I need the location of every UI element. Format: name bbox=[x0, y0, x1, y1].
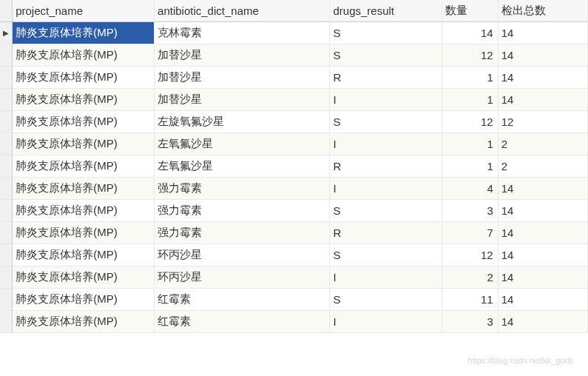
cell-quantity: 3 bbox=[442, 311, 498, 333]
row-indicator bbox=[0, 311, 13, 333]
table-row[interactable]: ▶肺炎支原体培养(MP)克林霉素S1414 bbox=[0, 22, 588, 44]
cell-total: 14 bbox=[498, 244, 587, 266]
cell-quantity: 1 bbox=[442, 155, 498, 178]
cell-quantity: 4 bbox=[442, 178, 498, 200]
cell-quantity: 14 bbox=[442, 22, 498, 44]
row-indicator bbox=[0, 266, 13, 289]
cell-result: R bbox=[330, 67, 442, 89]
cell-quantity: 1 bbox=[442, 133, 498, 155]
cell-antibiotic: 环丙沙星 bbox=[155, 266, 330, 289]
cell-quantity: 1 bbox=[442, 89, 498, 111]
cell-result: R bbox=[330, 222, 442, 244]
column-header-project-name[interactable]: project_name bbox=[13, 0, 155, 22]
row-indicator bbox=[0, 67, 13, 89]
cell-antibiotic: 环丙沙星 bbox=[155, 244, 330, 266]
header-row: project_name antibiotic_dict_name drugs_… bbox=[0, 0, 588, 22]
column-header-quantity[interactable]: 数量 bbox=[442, 0, 498, 22]
cell-project-name: 肺炎支原体培养(MP) bbox=[13, 311, 155, 333]
cell-project-name: 肺炎支原体培养(MP) bbox=[13, 222, 155, 244]
row-indicator bbox=[0, 200, 13, 222]
cell-project-name: 肺炎支原体培养(MP) bbox=[13, 289, 155, 311]
cell-antibiotic: 左旋氧氟沙星 bbox=[155, 111, 330, 133]
cell-result: I bbox=[330, 311, 442, 333]
row-indicator bbox=[0, 222, 13, 244]
table-row[interactable]: 肺炎支原体培养(MP)左氧氟沙星R12 bbox=[0, 155, 588, 178]
table-row[interactable]: 肺炎支原体培养(MP)强力霉素S314 bbox=[0, 200, 588, 222]
cell-total: 14 bbox=[498, 89, 587, 111]
cell-total: 14 bbox=[498, 178, 587, 200]
table-row[interactable]: 肺炎支原体培养(MP)加替沙星I114 bbox=[0, 89, 588, 111]
cell-antibiotic: 强力霉素 bbox=[155, 222, 330, 244]
watermark-text: https://blog.csdn.net/kk_gods bbox=[468, 356, 573, 365]
cell-project-name: 肺炎支原体培养(MP) bbox=[13, 44, 155, 67]
table-row[interactable]: 肺炎支原体培养(MP)左旋氧氟沙星S1212 bbox=[0, 111, 588, 133]
cell-result: S bbox=[330, 244, 442, 266]
cell-quantity: 2 bbox=[442, 266, 498, 289]
cell-antibiotic: 红霉素 bbox=[155, 289, 330, 311]
row-indicator bbox=[0, 44, 13, 67]
cell-total: 14 bbox=[498, 22, 587, 44]
cell-project-name: 肺炎支原体培养(MP) bbox=[13, 67, 155, 89]
row-indicator bbox=[0, 89, 13, 111]
data-grid[interactable]: project_name antibiotic_dict_name drugs_… bbox=[0, 0, 588, 333]
table-row[interactable]: 肺炎支原体培养(MP)强力霉素I414 bbox=[0, 178, 588, 200]
cell-result: S bbox=[330, 200, 442, 222]
cell-total: 14 bbox=[498, 222, 587, 244]
cell-project-name: 肺炎支原体培养(MP) bbox=[13, 89, 155, 111]
cell-quantity: 7 bbox=[442, 222, 498, 244]
column-header-total[interactable]: 检出总数 bbox=[498, 0, 587, 22]
cell-project-name: 肺炎支原体培养(MP) bbox=[13, 200, 155, 222]
cell-result: S bbox=[330, 289, 442, 311]
cell-total: 14 bbox=[498, 311, 587, 333]
cell-quantity: 11 bbox=[442, 289, 498, 311]
table-row[interactable]: 肺炎支原体培养(MP)环丙沙星S1214 bbox=[0, 244, 588, 266]
table-row[interactable]: 肺炎支原体培养(MP)左氧氟沙星I12 bbox=[0, 133, 588, 155]
cell-result: I bbox=[330, 266, 442, 289]
table-row[interactable]: 肺炎支原体培养(MP)强力霉素R714 bbox=[0, 222, 588, 244]
row-indicator-header bbox=[0, 0, 13, 22]
cell-total: 2 bbox=[498, 133, 587, 155]
cell-quantity: 3 bbox=[442, 200, 498, 222]
row-indicator bbox=[0, 178, 13, 200]
cell-total: 12 bbox=[498, 111, 587, 133]
cell-antibiotic: 强力霉素 bbox=[155, 178, 330, 200]
cell-antibiotic: 左氧氟沙星 bbox=[155, 155, 330, 178]
cell-project-name: 肺炎支原体培养(MP) bbox=[13, 155, 155, 178]
row-indicator bbox=[0, 244, 13, 266]
cell-project-name: 肺炎支原体培养(MP) bbox=[13, 244, 155, 266]
cell-result: S bbox=[330, 111, 442, 133]
column-header-antibiotic[interactable]: antibiotic_dict_name bbox=[155, 0, 330, 22]
cell-project-name: 肺炎支原体培养(MP) bbox=[13, 133, 155, 155]
cell-antibiotic: 加替沙星 bbox=[155, 44, 330, 67]
cell-project-name: 肺炎支原体培养(MP) bbox=[13, 178, 155, 200]
cell-quantity: 1 bbox=[442, 67, 498, 89]
cell-project-name: 肺炎支原体培养(MP) bbox=[13, 266, 155, 289]
cell-antibiotic: 红霉素 bbox=[155, 311, 330, 333]
table-body: ▶肺炎支原体培养(MP)克林霉素S1414肺炎支原体培养(MP)加替沙星S121… bbox=[0, 22, 588, 333]
table-row[interactable]: 肺炎支原体培养(MP)红霉素I314 bbox=[0, 311, 588, 333]
cell-result: I bbox=[330, 133, 442, 155]
cell-antibiotic: 克林霉素 bbox=[155, 22, 330, 44]
row-indicator bbox=[0, 289, 13, 311]
cell-total: 14 bbox=[498, 44, 587, 67]
cell-quantity: 12 bbox=[442, 44, 498, 67]
table-row[interactable]: 肺炎支原体培养(MP)加替沙星S1214 bbox=[0, 44, 588, 67]
cell-total: 14 bbox=[498, 266, 587, 289]
row-indicator bbox=[0, 155, 13, 178]
table-row[interactable]: 肺炎支原体培养(MP)环丙沙星I214 bbox=[0, 266, 588, 289]
cell-quantity: 12 bbox=[442, 111, 498, 133]
table-row[interactable]: 肺炎支原体培养(MP)加替沙星R114 bbox=[0, 67, 588, 89]
cell-antibiotic: 加替沙星 bbox=[155, 67, 330, 89]
cell-total: 14 bbox=[498, 289, 587, 311]
cell-quantity: 12 bbox=[442, 244, 498, 266]
table-row[interactable]: 肺炎支原体培养(MP)红霉素S1114 bbox=[0, 289, 588, 311]
cell-result: S bbox=[330, 44, 442, 67]
cell-result: R bbox=[330, 155, 442, 178]
cell-antibiotic: 强力霉素 bbox=[155, 200, 330, 222]
cell-project-name: 肺炎支原体培养(MP) bbox=[13, 111, 155, 133]
cell-project-name: 肺炎支原体培养(MP) bbox=[13, 22, 155, 44]
cell-total: 14 bbox=[498, 67, 587, 89]
column-header-drugs-result[interactable]: drugs_result bbox=[330, 0, 442, 22]
row-indicator: ▶ bbox=[0, 22, 13, 44]
cell-result: S bbox=[330, 22, 442, 44]
